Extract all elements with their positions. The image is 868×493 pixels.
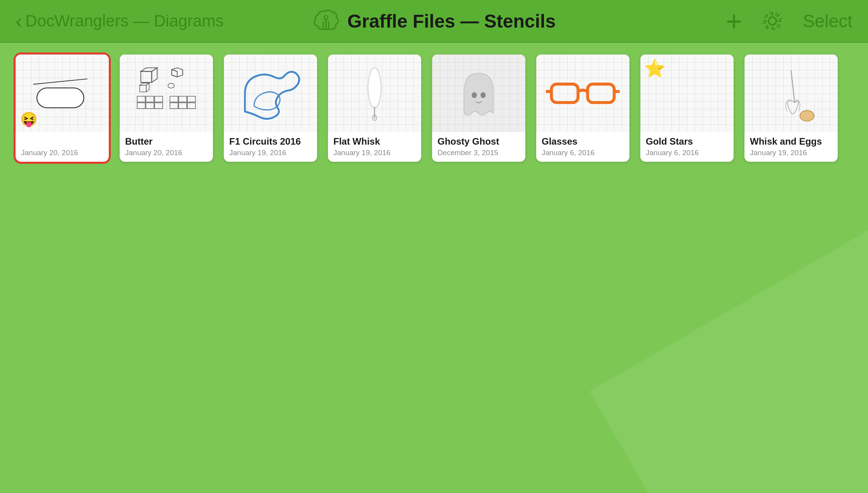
emoji-badge: 😝: [20, 111, 38, 128]
back-button[interactable]: ‹ DocWranglers — Diagrams: [16, 9, 295, 33]
card-info: Flat Whisk January 19, 2016: [328, 132, 421, 162]
svg-marker-10: [146, 83, 149, 92]
list-item[interactable]: Flat Whisk January 19, 2016: [328, 54, 421, 162]
chevron-left-icon: ‹: [16, 9, 22, 33]
list-item[interactable]: Glasses January 6, 2016: [536, 54, 629, 162]
card-info: Ghosty Ghost December 3, 2015: [432, 132, 525, 162]
gear-icon[interactable]: [762, 10, 783, 32]
svg-rect-23: [187, 103, 195, 108]
list-item[interactable]: 😝 January 20, 2016: [16, 54, 109, 162]
card-info: Glasses January 6, 2016: [536, 132, 629, 162]
svg-line-1: [33, 79, 87, 84]
svg-rect-8: [140, 85, 146, 92]
thumbnail: [536, 54, 629, 132]
card-name: Gold Stars: [646, 136, 728, 147]
card-date: January 20, 2016: [21, 149, 103, 157]
card-info: Whisk and Eggs January 19, 2016: [744, 132, 838, 162]
card-date: January 20, 2016: [125, 149, 207, 157]
svg-rect-19: [179, 96, 187, 102]
svg-marker-7: [172, 70, 177, 77]
svg-rect-17: [155, 103, 163, 108]
card-name: F1 Circuits 2016: [229, 136, 312, 147]
svg-rect-13: [146, 96, 154, 102]
add-button[interactable]: +: [726, 7, 742, 35]
thumbnail: [328, 54, 421, 132]
card-date: January 19, 2016: [750, 149, 832, 157]
list-item[interactable]: F1 Circuits 2016 January 19, 2016: [224, 54, 317, 162]
file-grid: 😝 January 20, 2016: [0, 43, 868, 493]
list-item[interactable]: Ghosty Ghost December 3, 2015: [432, 54, 525, 162]
card-name: Whisk and Eggs: [750, 136, 832, 147]
card-name: Butter: [125, 136, 207, 147]
list-item[interactable]: Butter January 20, 2016: [120, 54, 213, 162]
header: ‹ DocWranglers — Diagrams Graffle Files …: [0, 0, 868, 43]
thumbnail: [120, 54, 213, 132]
svg-rect-12: [137, 96, 145, 102]
thumbnail: 😝: [16, 54, 109, 132]
graffle-icon: [312, 7, 340, 35]
card-info: F1 Circuits 2016 January 19, 2016: [224, 132, 317, 162]
card-info: Gold Stars January 6, 2016: [640, 132, 734, 162]
thumbnail: ⭐: [640, 54, 734, 132]
card-name: Glasses: [542, 136, 624, 147]
svg-point-27: [472, 92, 477, 98]
select-button[interactable]: Select: [803, 10, 852, 31]
card-date: January 19, 2016: [229, 149, 312, 157]
header-center: Graffle Files — Stencils: [295, 7, 573, 35]
card-name: Ghosty Ghost: [437, 136, 520, 147]
card-date: January 19, 2016: [333, 149, 416, 157]
list-item[interactable]: ⭐ Gold Stars January 6, 2016: [640, 54, 734, 162]
back-label: DocWranglers — Diagrams: [25, 12, 223, 30]
card-name: Flat Whisk: [333, 136, 416, 147]
page-title: Graffle Files — Stencils: [347, 10, 556, 32]
svg-point-28: [481, 92, 486, 98]
svg-rect-30: [587, 84, 614, 103]
svg-rect-3: [141, 72, 152, 82]
list-item[interactable]: Whisk and Eggs January 19, 2016: [744, 54, 838, 162]
svg-rect-16: [146, 103, 154, 108]
svg-marker-5: [152, 68, 157, 82]
card-name: [21, 136, 103, 147]
svg-point-34: [800, 110, 814, 121]
svg-marker-11: [168, 83, 174, 88]
svg-rect-2: [37, 88, 84, 108]
svg-rect-20: [187, 96, 195, 102]
card-date: January 6, 2016: [542, 149, 624, 157]
star-badge: ⭐: [644, 58, 666, 79]
card-date: January 6, 2016: [646, 149, 728, 157]
svg-rect-18: [170, 96, 178, 102]
card-info: Butter January 20, 2016: [120, 132, 213, 162]
thumbnail: [432, 54, 525, 132]
svg-rect-29: [551, 84, 578, 103]
header-right: + Select: [573, 7, 852, 35]
thumbnail: [224, 54, 317, 132]
svg-rect-21: [170, 103, 178, 108]
svg-rect-15: [137, 103, 145, 108]
thumbnail: [744, 54, 838, 132]
card-date: December 3, 2015: [437, 149, 520, 157]
svg-line-33: [791, 70, 795, 102]
card-info: January 20, 2016: [16, 132, 109, 162]
svg-rect-22: [179, 103, 187, 108]
svg-point-24: [368, 68, 381, 108]
svg-rect-14: [155, 96, 163, 102]
